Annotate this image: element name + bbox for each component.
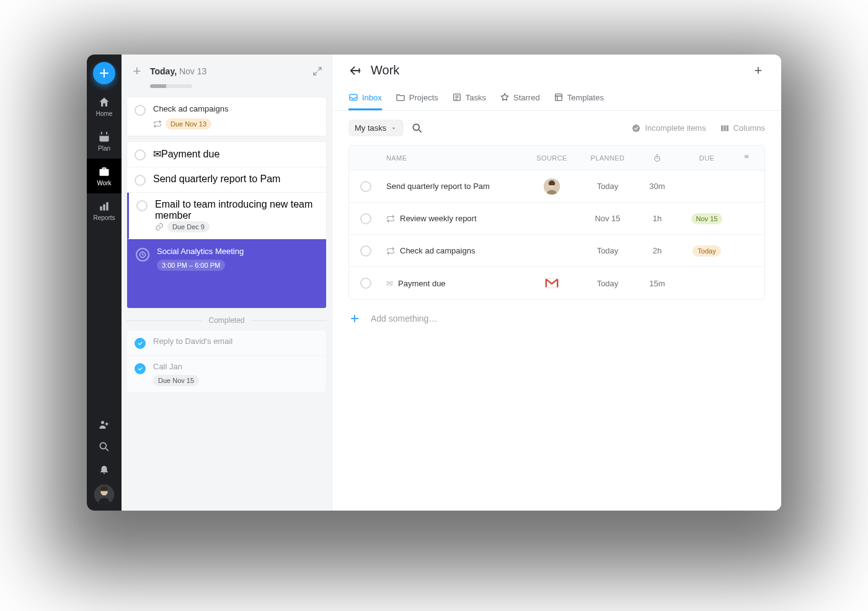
expand-icon <box>312 66 323 77</box>
svg-point-7 <box>101 421 104 424</box>
row-planned: Today <box>580 182 636 191</box>
done-checkbox[interactable] <box>135 363 146 374</box>
svg-point-16 <box>414 124 420 130</box>
page-title: Work <box>371 63 399 77</box>
filter-label: My tasks <box>355 123 386 133</box>
row-checkbox[interactable] <box>360 278 371 289</box>
table-search-button[interactable] <box>411 122 423 134</box>
task-checkbox[interactable] <box>135 149 146 160</box>
list-icon <box>452 92 462 102</box>
check-circle-icon <box>631 123 641 133</box>
task-checkbox[interactable] <box>135 175 146 186</box>
sidebar-item-reports[interactable]: Reports <box>87 193 122 228</box>
sidebar-item-work[interactable]: Work <box>87 159 122 193</box>
svg-rect-15 <box>555 94 562 101</box>
task-title: Call Jan <box>153 362 199 371</box>
tab-inbox[interactable]: Inbox <box>348 87 382 110</box>
tab-projects[interactable]: Projects <box>396 87 438 110</box>
title-date: Nov 13 <box>179 66 206 76</box>
svg-line-17 <box>419 130 422 132</box>
check-icon <box>137 366 143 372</box>
tool-label: Columns <box>733 123 765 133</box>
sidebar-label: Work <box>97 180 111 187</box>
home-icon <box>98 96 110 108</box>
svg-rect-1 <box>100 133 109 136</box>
check-icon <box>137 340 143 346</box>
sidebar-item-home[interactable]: Home <box>87 89 122 124</box>
task-card[interactable]: Send quarterly report to Pam <box>127 167 326 193</box>
svg-rect-4 <box>100 206 102 211</box>
svg-line-9 <box>106 449 108 451</box>
row-duration: 30m <box>636 182 679 191</box>
completed-task[interactable]: Call Jan Due Nov 15 <box>127 355 326 392</box>
svg-point-18 <box>632 125 640 132</box>
chevron-down-icon <box>390 125 397 132</box>
sidebar-item-plan[interactable]: Plan <box>87 124 122 159</box>
task-checkbox[interactable] <box>135 105 146 116</box>
task-card[interactable]: Check ad campaigns Due Nov 13 <box>126 97 327 136</box>
stopwatch-icon <box>653 154 662 162</box>
tab-label: Inbox <box>362 93 382 102</box>
search-button[interactable] <box>97 440 111 454</box>
template-icon <box>554 92 564 102</box>
col-flag <box>735 154 760 162</box>
user-avatar[interactable] <box>94 485 114 504</box>
add-row-button[interactable]: + Add something… <box>332 300 781 341</box>
svg-rect-5 <box>103 204 105 211</box>
completed-task[interactable]: Reply to David's email <box>127 330 326 355</box>
folder-icon <box>396 92 405 102</box>
tab-label: Starred <box>513 93 540 102</box>
back-button[interactable] <box>348 64 362 77</box>
main-add-button[interactable]: + <box>751 64 765 77</box>
task-checkbox[interactable] <box>136 200 148 211</box>
columns-button[interactable]: Columns <box>720 123 765 133</box>
row-checkbox[interactable] <box>360 213 371 224</box>
event-card[interactable]: Social Analytics Meeting 3:00 PM – 6:00 … <box>127 239 326 308</box>
star-icon <box>500 92 510 102</box>
repeat-icon <box>153 120 162 128</box>
row-duration: 1h <box>636 214 679 223</box>
row-name: Send quarterly report to Pam <box>386 182 490 191</box>
task-title: Send quarterly report to Pam <box>153 174 280 185</box>
tab-starred[interactable]: Starred <box>500 87 540 110</box>
expand-button[interactable] <box>312 66 323 77</box>
avatar-icon <box>94 485 114 504</box>
table-row[interactable]: Check ad campaigns Today 2h Today <box>349 235 764 267</box>
tab-templates[interactable]: Templates <box>554 87 604 110</box>
svg-rect-21 <box>726 125 728 131</box>
repeat-icon <box>386 247 395 255</box>
progress-fill <box>150 84 166 88</box>
row-checkbox[interactable] <box>360 181 371 192</box>
search-icon <box>411 122 423 134</box>
table-row[interactable]: Send quarterly report to Pam Today 30m <box>349 170 764 203</box>
done-checkbox[interactable] <box>135 338 146 349</box>
back-arrow-icon <box>348 64 362 77</box>
tool-label: Incomplete items <box>645 123 706 133</box>
filter-dropdown[interactable]: My tasks <box>348 120 404 136</box>
task-card[interactable]: ✉Payment due <box>127 142 326 167</box>
incomplete-toggle[interactable]: Incomplete items <box>631 123 706 133</box>
main-header: Work + <box>332 55 781 82</box>
mail-icon: ✉ <box>153 149 161 159</box>
row-duration: 2h <box>636 246 679 255</box>
add-button[interactable]: + <box>93 62 115 84</box>
subtask-list: ✉Payment due Send quarterly report to Pa… <box>126 141 327 309</box>
table-row[interactable]: Review weekly report Nov 15 1h Nov 15 <box>349 203 764 235</box>
sidebar-label: Plan <box>98 145 110 152</box>
search-icon <box>98 441 110 453</box>
table-header: NAME SOURCE PLANNED DUE <box>349 146 764 170</box>
tab-tasks[interactable]: Tasks <box>452 87 486 110</box>
add-label: Add something… <box>371 314 437 323</box>
task-table: NAME SOURCE PLANNED DUE Send quarterly r… <box>348 145 765 300</box>
row-checkbox[interactable] <box>360 245 371 257</box>
task-card[interactable]: Email to team introducing new team membe… <box>127 193 326 239</box>
table-row[interactable]: ✉ Payment due Today 15m <box>349 267 764 299</box>
invite-button[interactable] <box>97 418 111 431</box>
tab-label: Projects <box>409 93 438 102</box>
panel-add-button[interactable]: + <box>130 64 144 78</box>
col-name: NAME <box>383 154 524 162</box>
briefcase-icon <box>98 165 110 178</box>
notifications-button[interactable] <box>97 462 111 476</box>
task-title: Reply to David's email <box>153 336 232 346</box>
event-time: 3:00 PM – 6:00 PM <box>157 260 225 271</box>
